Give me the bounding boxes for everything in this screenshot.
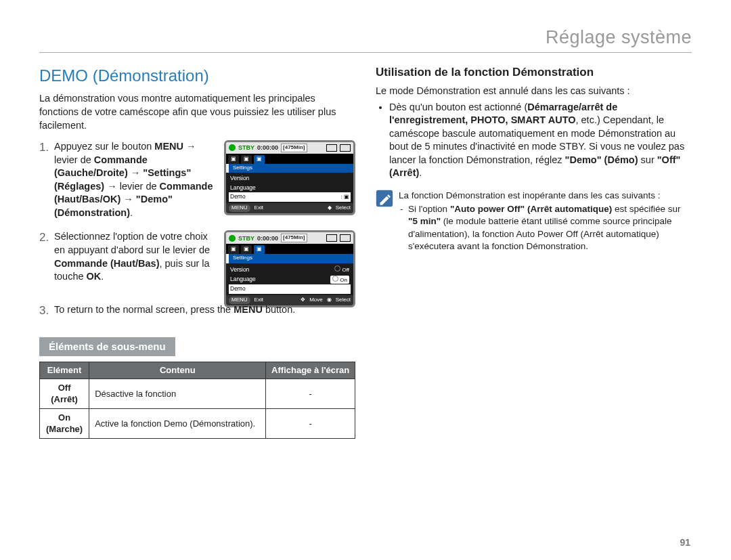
left-column: DEMO (Démonstration) La démonstration vo…	[39, 65, 355, 439]
lcd-move-label: Move	[309, 297, 323, 304]
bullet-list: Dès qu'un bouton est actionné (Démarrage…	[376, 101, 692, 180]
sdcard-icon	[326, 234, 337, 242]
lcd-menu-item-selected: Demo	[229, 284, 351, 293]
lcd-status-bar: STBY 0:00:00 [475Min]	[226, 232, 353, 244]
lcd-tab-label: Settings	[229, 254, 353, 263]
radio-icon	[334, 265, 340, 272]
lcd-menu-btn: MENU	[229, 297, 250, 304]
right-column: Utilisation de la fonction Démonstration…	[376, 65, 692, 439]
lcd-value-on-selected: On	[330, 276, 349, 284]
step-text: Appuyez sur le bouton	[54, 141, 154, 152]
table-row: Off(Arrêt) Désactive la fonction -	[40, 379, 355, 408]
lcd-screenshot-2: STBY 0:00:00 [475Min] ▣ ▣ ▣ Settin	[224, 230, 355, 307]
col-content: Contenu	[89, 362, 266, 379]
subsection-heading: Utilisation de la fonction Démonstration	[376, 65, 692, 81]
note-lead: La fonction Démonstration est inopérante…	[399, 190, 692, 202]
menu-label: MENU	[154, 141, 183, 152]
lcd-tabs: ▣ ▣ ▣	[226, 244, 353, 254]
stby-label: STBY	[238, 144, 254, 152]
note-pencil-icon	[376, 190, 393, 253]
intro-paragraph: La démonstration vous montre automatique…	[39, 92, 355, 132]
tab-icon-active: ▣	[254, 245, 265, 254]
submenu-heading: Éléments de sous-menu	[39, 337, 175, 356]
remaining-label: [475Min]	[281, 144, 307, 152]
page-number: 91	[680, 537, 690, 548]
tab-icon: ▣	[241, 245, 252, 254]
submenu-table: Elément Contenu Affichage à l'écran Off(…	[39, 362, 355, 439]
lcd-exit-label: Exit	[254, 297, 263, 304]
tab-icon-active: ▣	[254, 155, 265, 164]
page-title: Réglage système	[39, 27, 692, 53]
lcd-menu-btn: MENU	[229, 204, 250, 212]
note-item: Si l'option "Auto power Off" (Arrêt auto…	[408, 203, 692, 253]
bullet-item: Dès qu'un bouton est actionné (Démarrage…	[389, 101, 692, 180]
step-text: Sélectionnez l'option de votre choix en …	[54, 231, 210, 255]
lcd-tab-label: Settings	[229, 164, 353, 173]
lcd-screenshot-1: STBY 0:00:00 [475Min] ▣ ▣ ▣ Settin	[224, 140, 355, 215]
table-row: On(Marche) Active la fonction Demo (Démo…	[40, 408, 355, 438]
joystick-icon: ◉	[327, 297, 332, 304]
lcd-exit-label: Exit	[254, 204, 263, 212]
cell-display: -	[266, 408, 355, 438]
lcd-menu-item-selected: Demo: ▣	[229, 192, 351, 201]
record-dot-icon	[229, 235, 236, 242]
cell-element: Off(Arrêt)	[40, 379, 89, 408]
note-text: La fonction Démonstration est inopérante…	[399, 190, 692, 253]
lcd-menu: Version Language Demo: ▣	[226, 173, 353, 202]
tab-icon: ▣	[241, 155, 252, 164]
sdcard-icon	[326, 144, 337, 152]
record-dot-icon	[229, 144, 236, 151]
note-list: Si l'option "Auto power Off" (Arrêt auto…	[399, 203, 692, 253]
note-block: La fonction Démonstration est inopérante…	[376, 190, 692, 253]
step-text: To return to the normal screen, press th…	[54, 304, 234, 315]
stby-label: STBY	[238, 234, 254, 242]
step-1: Appuyez sur le bouton MENU → levier de C…	[54, 140, 355, 219]
lcd-menu-item: Version	[229, 174, 351, 183]
joystick-icon: ◆	[328, 204, 332, 212]
lcd-select-label: Select	[336, 204, 351, 212]
tab-icon: ▣	[228, 155, 239, 164]
col-element: Elément	[40, 362, 89, 379]
tab-icon: ▣	[228, 245, 239, 254]
cell-content: Désactive la fonction	[89, 379, 266, 408]
col-display: Affichage à l'écran	[266, 362, 355, 379]
time-label: 0:00:00	[257, 144, 278, 152]
lead-text: Le mode Démonstration est annulé dans le…	[376, 85, 692, 98]
joystick-icon: ✥	[301, 297, 305, 304]
step-3: To return to the normal screen, press th…	[54, 303, 355, 317]
remaining-label: [475Min]	[281, 234, 307, 242]
time-label: 0:00:00	[257, 234, 278, 242]
lcd-footer: MENU Exit ◆ Select	[226, 203, 353, 213]
lcd-status-bar: STBY 0:00:00 [475Min]	[226, 142, 353, 154]
lcd-value: : ▣	[341, 194, 349, 201]
lcd-value-off: Off	[334, 265, 349, 274]
manual-page: Réglage système DEMO (Démonstration) La …	[0, 0, 731, 560]
cell-display: -	[266, 379, 355, 408]
cell-content: Active la fonction Demo (Démonstration).	[89, 408, 266, 438]
step-2: Sélectionnez l'option de votre choix en …	[54, 230, 355, 293]
battery-icon	[340, 144, 351, 152]
table-header-row: Elément Contenu Affichage à l'écran	[40, 362, 355, 379]
lcd-menu-item: Language	[229, 184, 351, 192]
lcd-menu-item: Language On	[229, 275, 351, 285]
steps-list: Appuyez sur le bouton MENU → levier de C…	[39, 140, 355, 317]
lcd-select-label: Select	[336, 297, 351, 304]
two-column-layout: DEMO (Démonstration) La démonstration vo…	[39, 65, 692, 439]
battery-icon	[340, 234, 351, 242]
lcd-tabs: ▣ ▣ ▣	[226, 154, 353, 164]
section-heading: DEMO (Démonstration)	[39, 65, 355, 87]
radio-on-icon	[332, 276, 338, 282]
lcd-menu: Version Off Language On Demo	[226, 263, 353, 295]
cell-element: On(Marche)	[40, 408, 89, 438]
lcd-menu-item: Version Off	[229, 265, 351, 275]
